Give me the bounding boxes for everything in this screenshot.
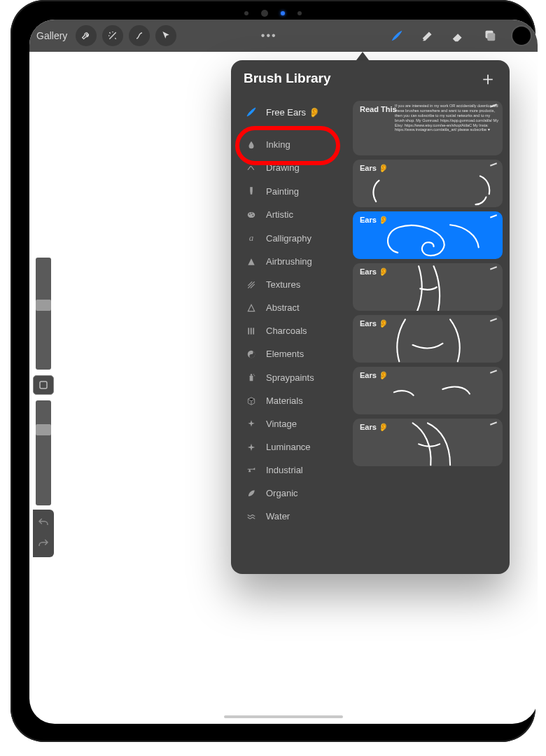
category-label: Spraypaints: [266, 372, 314, 383]
category-artistic[interactable]: Artistic: [231, 203, 350, 226]
layers-icon: [482, 28, 497, 43]
cursor-icon: [160, 30, 172, 41]
category-calligraphy[interactable]: a Calligraphy: [231, 226, 350, 250]
ipad-frame: Gallery •••: [10, 0, 536, 742]
brush-category-list[interactable]: Free Ears 👂 Inking Drawing Painting: [231, 97, 350, 574]
category-materials[interactable]: Materials: [231, 389, 350, 412]
layers-button[interactable]: [482, 28, 497, 43]
category-label: Elements: [266, 349, 304, 359]
sparkle-icon: [245, 442, 258, 452]
category-inking[interactable]: Inking: [231, 133, 350, 156]
brush-list[interactable]: Read This If you are interested in my wo…: [350, 97, 510, 574]
camera-dot: [261, 10, 268, 17]
brush-tool-button[interactable]: [389, 28, 405, 43]
category-charcoals[interactable]: Charcoals: [231, 319, 350, 342]
category-drawing[interactable]: Drawing: [231, 156, 350, 179]
palette-icon: [245, 210, 258, 220]
brush-card-readthis[interactable]: Read This If you are interested in my wo…: [353, 101, 503, 155]
sensor-dot: [298, 11, 302, 15]
brush-title: Read This: [360, 105, 397, 113]
readthis-body: If you are interested in my work OR acci…: [395, 104, 498, 153]
cube-icon: [245, 396, 258, 406]
yinyang-icon: [245, 349, 258, 359]
script-a-icon: a: [245, 232, 258, 244]
squiggle-icon: [245, 163, 258, 173]
svg-rect-13: [251, 374, 252, 375]
category-industrial[interactable]: Industrial: [231, 458, 350, 482]
svg-point-5: [249, 213, 251, 214]
category-label: Abstract: [266, 302, 300, 313]
brush-preview: [353, 419, 503, 466]
brush-size-slider[interactable]: [36, 258, 51, 370]
svg-point-7: [252, 214, 253, 216]
brush-preview: [353, 211, 503, 259]
svg-rect-3: [250, 187, 253, 191]
new-brush-button[interactable]: ＋: [479, 66, 497, 91]
brush-size-thumb[interactable]: [36, 300, 51, 311]
svg-rect-9: [251, 328, 252, 334]
category-label: Drawing: [266, 162, 300, 173]
triangle-outline-icon: [245, 303, 258, 313]
brush-preview: [353, 160, 503, 207]
s-curve-icon: [134, 30, 145, 41]
brush-opacity-slider[interactable]: [36, 400, 51, 505]
brush-icon: [389, 28, 405, 43]
category-label: Free Ears 👂: [266, 107, 320, 118]
svg-point-6: [251, 212, 253, 214]
category-recent[interactable]: Free Ears 👂: [231, 99, 350, 125]
gallery-button[interactable]: Gallery: [36, 30, 67, 41]
category-spraypaints[interactable]: Spraypaints: [231, 365, 350, 389]
category-label: Calligraphy: [266, 233, 312, 244]
brush-opacity-thumb[interactable]: [36, 424, 51, 435]
category-label: Painting: [266, 186, 299, 197]
category-label: Organic: [266, 488, 298, 498]
triangle-icon: [245, 257, 258, 267]
category-label: Airbrushing: [266, 256, 312, 267]
category-textures[interactable]: Textures: [231, 273, 350, 296]
actions-button[interactable]: [76, 25, 97, 46]
brush-library-popover: Brush Library ＋ Free Ears 👂 Inking: [231, 60, 510, 574]
undo-button[interactable]: [36, 515, 51, 531]
home-indicator: [224, 715, 343, 718]
category-vintage[interactable]: Vintage: [231, 412, 350, 435]
undo-icon: [37, 517, 50, 529]
category-elements[interactable]: Elements: [231, 342, 350, 365]
brush-card[interactable]: Ears 👂: [353, 263, 503, 311]
brush-card[interactable]: Ears 👂: [353, 367, 503, 414]
modify-square-button[interactable]: [33, 375, 54, 395]
category-abstract[interactable]: Abstract: [231, 296, 350, 319]
brush-card[interactable]: Ears 👂: [353, 315, 503, 363]
category-airbrushing[interactable]: Airbrushing: [231, 250, 350, 273]
smudge-tool-button[interactable]: [420, 28, 435, 43]
recent-brush-icon: [245, 106, 258, 118]
adjustments-button[interactable]: [102, 25, 123, 46]
selection-button[interactable]: [129, 25, 150, 46]
smudge-icon: [420, 28, 435, 43]
category-label: Artistic: [266, 209, 293, 220]
brush-preview: [353, 263, 503, 311]
transform-button[interactable]: [155, 25, 176, 46]
modify-menu-button[interactable]: •••: [261, 29, 277, 42]
brush-library-header: Brush Library ＋: [231, 60, 510, 97]
category-luminance[interactable]: Luminance: [231, 435, 350, 458]
leaf-icon: [245, 489, 258, 498]
category-organic[interactable]: Organic: [231, 482, 350, 505]
brush-preview: [353, 315, 503, 363]
brush-card[interactable]: Ears 👂: [353, 160, 503, 207]
popover-caret: [356, 52, 369, 60]
color-picker-button[interactable]: [512, 27, 531, 45]
svg-rect-8: [248, 328, 249, 334]
category-water[interactable]: Water: [231, 505, 350, 528]
svg-rect-1: [487, 33, 495, 41]
eraser-tool-button[interactable]: [451, 28, 466, 43]
category-label: Industrial: [266, 465, 303, 475]
ipad-screen: Gallery •••: [29, 20, 538, 724]
category-painting[interactable]: Painting: [231, 179, 350, 203]
brush-card-selected[interactable]: Ears 👂: [353, 211, 503, 259]
redo-button[interactable]: [36, 536, 51, 552]
category-label: Materials: [266, 396, 303, 406]
droplet-icon: [245, 140, 258, 150]
sensor-led: [281, 11, 285, 15]
brush-card[interactable]: Ears 👂: [353, 419, 503, 466]
category-label: Inking: [266, 139, 290, 150]
